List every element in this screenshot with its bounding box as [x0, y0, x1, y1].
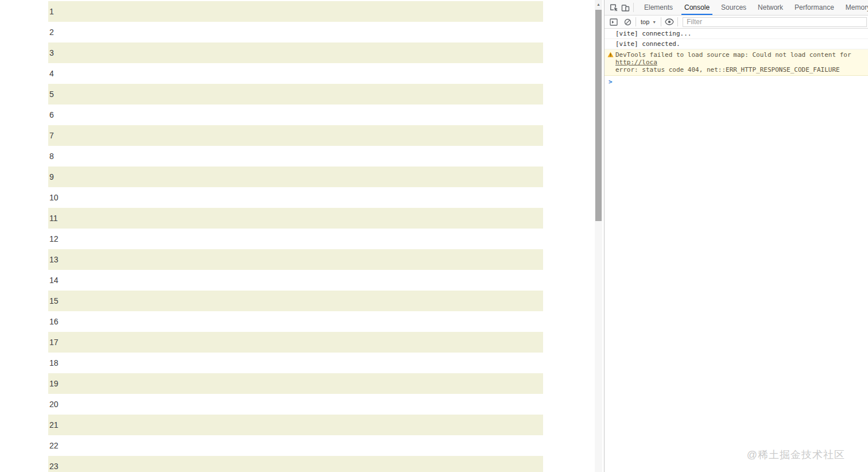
list-item: 19 [48, 373, 543, 394]
console-filter-input[interactable] [683, 17, 867, 27]
list-item: 10 [48, 187, 543, 208]
warning-text: DevTools failed to load source map: Coul… [615, 51, 851, 59]
devtools-tab[interactable]: Performance [789, 0, 840, 15]
device-toolbar-icon[interactable] [619, 2, 631, 13]
list-item: 11 [48, 208, 543, 229]
list-item: 17 [48, 332, 543, 353]
page-scrollbar[interactable]: ▲ [595, 0, 602, 472]
chevron-down-icon: ▼ [652, 20, 656, 24]
list-item: 12 [48, 229, 543, 249]
list-item: 8 [48, 146, 543, 167]
list-item: 16 [48, 311, 543, 332]
divider [661, 17, 661, 26]
numbered-row-list: 1234567891011121314151617181920212223 [48, 1, 543, 472]
list-item: 21 [48, 415, 543, 435]
devtools-tab[interactable]: Console [679, 0, 715, 15]
console-output: [vite] connecting... [vite] connected. D… [604, 29, 868, 88]
list-item: 20 [48, 394, 543, 415]
console-prompt-chevron: > [609, 78, 613, 86]
list-item: 9 [48, 167, 543, 187]
console-prompt[interactable]: > [604, 76, 868, 88]
list-item: 3 [48, 42, 543, 63]
clear-console-icon[interactable] [622, 16, 633, 28]
list-item: 2 [48, 22, 543, 42]
context-label: top [641, 18, 649, 25]
list-item: 23 [48, 456, 543, 472]
console-sidebar-icon[interactable] [608, 16, 619, 28]
warning-text-line2: error: status code 404, net::ERR_HTTP_RE… [615, 66, 840, 73]
console-toolbar: top ▼ [604, 16, 868, 29]
list-item: 7 [48, 125, 543, 146]
list-item: 4 [48, 63, 543, 84]
warning-icon [607, 52, 614, 59]
eye-icon[interactable] [664, 16, 675, 28]
log-text: [vite] connecting... [615, 30, 691, 37]
devtools-tab[interactable]: Network [752, 0, 789, 15]
list-item: 1 [48, 1, 543, 22]
console-log-message: [vite] connecting... [604, 29, 868, 39]
list-item: 15 [48, 291, 543, 311]
divider [633, 3, 634, 12]
devtools-tabs: ElementsConsoleSourcesNetworkPerformance… [638, 0, 868, 15]
list-item: 13 [48, 249, 543, 270]
devtools-panel: ElementsConsoleSourcesNetworkPerformance… [604, 0, 868, 472]
scrollbar-thumb[interactable] [595, 10, 602, 221]
list-item: 18 [48, 353, 543, 373]
inspect-element-icon[interactable] [608, 2, 619, 13]
divider [636, 17, 636, 26]
devtools-tab[interactable]: Memory [840, 0, 868, 15]
list-item: 22 [48, 435, 543, 456]
divider [677, 17, 678, 26]
console-warning-message: DevTools failed to load source map: Coul… [604, 49, 868, 76]
devtools-tabbar: ElementsConsoleSourcesNetworkPerformance… [604, 0, 868, 16]
devtools-tab[interactable]: Elements [638, 0, 679, 15]
list-item: 6 [48, 105, 543, 125]
scroll-up-arrow-icon[interactable]: ▲ [595, 0, 602, 9]
execution-context-dropdown[interactable]: top ▼ [638, 18, 658, 25]
console-log-message: [vite] connected. [604, 39, 868, 49]
list-item: 5 [48, 84, 543, 105]
watermark-text: @稀土掘金技术社区 [747, 448, 845, 462]
log-text: [vite] connected. [615, 40, 680, 48]
list-item: 14 [48, 270, 543, 291]
source-map-link[interactable]: http://loca [615, 59, 657, 66]
devtools-tab[interactable]: Sources [715, 0, 752, 15]
